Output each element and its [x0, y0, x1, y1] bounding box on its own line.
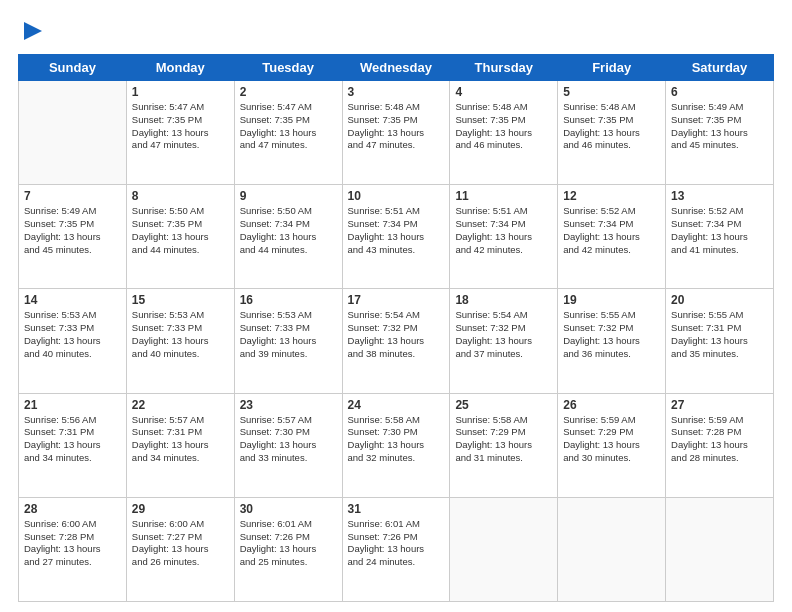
day-info: Sunrise: 5:47 AM Sunset: 7:35 PM Dayligh…: [240, 101, 337, 152]
calendar-day-cell: 5Sunrise: 5:48 AM Sunset: 7:35 PM Daylig…: [558, 81, 666, 185]
calendar-day-cell: 13Sunrise: 5:52 AM Sunset: 7:34 PM Dayli…: [666, 185, 774, 289]
calendar-week-row: 7Sunrise: 5:49 AM Sunset: 7:35 PM Daylig…: [19, 185, 774, 289]
calendar-day-cell: 27Sunrise: 5:59 AM Sunset: 7:28 PM Dayli…: [666, 393, 774, 497]
calendar-day-cell: 2Sunrise: 5:47 AM Sunset: 7:35 PM Daylig…: [234, 81, 342, 185]
day-info: Sunrise: 5:49 AM Sunset: 7:35 PM Dayligh…: [24, 205, 121, 256]
day-number: 18: [455, 293, 552, 307]
calendar-week-row: 14Sunrise: 5:53 AM Sunset: 7:33 PM Dayli…: [19, 289, 774, 393]
calendar-day-cell: 10Sunrise: 5:51 AM Sunset: 7:34 PM Dayli…: [342, 185, 450, 289]
calendar-day-cell: [558, 497, 666, 601]
calendar-day-cell: 31Sunrise: 6:01 AM Sunset: 7:26 PM Dayli…: [342, 497, 450, 601]
day-info: Sunrise: 5:55 AM Sunset: 7:31 PM Dayligh…: [671, 309, 768, 360]
day-info: Sunrise: 5:50 AM Sunset: 7:34 PM Dayligh…: [240, 205, 337, 256]
day-info: Sunrise: 5:53 AM Sunset: 7:33 PM Dayligh…: [240, 309, 337, 360]
calendar-day-cell: 26Sunrise: 5:59 AM Sunset: 7:29 PM Dayli…: [558, 393, 666, 497]
day-info: Sunrise: 5:57 AM Sunset: 7:31 PM Dayligh…: [132, 414, 229, 465]
header: [18, 18, 774, 46]
day-info: Sunrise: 5:58 AM Sunset: 7:30 PM Dayligh…: [348, 414, 445, 465]
calendar-day-cell: 29Sunrise: 6:00 AM Sunset: 7:27 PM Dayli…: [126, 497, 234, 601]
day-number: 12: [563, 189, 660, 203]
day-info: Sunrise: 5:48 AM Sunset: 7:35 PM Dayligh…: [563, 101, 660, 152]
day-number: 11: [455, 189, 552, 203]
day-number: 3: [348, 85, 445, 99]
day-of-week-header: Monday: [126, 55, 234, 81]
page: SundayMondayTuesdayWednesdayThursdayFrid…: [0, 0, 792, 612]
day-number: 5: [563, 85, 660, 99]
day-number: 8: [132, 189, 229, 203]
calendar-day-cell: 6Sunrise: 5:49 AM Sunset: 7:35 PM Daylig…: [666, 81, 774, 185]
day-info: Sunrise: 5:56 AM Sunset: 7:31 PM Dayligh…: [24, 414, 121, 465]
calendar-day-cell: 28Sunrise: 6:00 AM Sunset: 7:28 PM Dayli…: [19, 497, 127, 601]
day-of-week-header: Tuesday: [234, 55, 342, 81]
day-number: 28: [24, 502, 121, 516]
calendar-day-cell: 24Sunrise: 5:58 AM Sunset: 7:30 PM Dayli…: [342, 393, 450, 497]
day-number: 7: [24, 189, 121, 203]
day-info: Sunrise: 5:51 AM Sunset: 7:34 PM Dayligh…: [455, 205, 552, 256]
day-info: Sunrise: 6:01 AM Sunset: 7:26 PM Dayligh…: [240, 518, 337, 569]
calendar-day-cell: 9Sunrise: 5:50 AM Sunset: 7:34 PM Daylig…: [234, 185, 342, 289]
day-info: Sunrise: 5:57 AM Sunset: 7:30 PM Dayligh…: [240, 414, 337, 465]
day-number: 25: [455, 398, 552, 412]
day-number: 21: [24, 398, 121, 412]
calendar-day-cell: 20Sunrise: 5:55 AM Sunset: 7:31 PM Dayli…: [666, 289, 774, 393]
calendar-week-row: 21Sunrise: 5:56 AM Sunset: 7:31 PM Dayli…: [19, 393, 774, 497]
calendar-day-cell: 30Sunrise: 6:01 AM Sunset: 7:26 PM Dayli…: [234, 497, 342, 601]
calendar-day-cell: 18Sunrise: 5:54 AM Sunset: 7:32 PM Dayli…: [450, 289, 558, 393]
day-number: 9: [240, 189, 337, 203]
day-info: Sunrise: 5:59 AM Sunset: 7:28 PM Dayligh…: [671, 414, 768, 465]
day-info: Sunrise: 5:54 AM Sunset: 7:32 PM Dayligh…: [348, 309, 445, 360]
calendar-header-row: SundayMondayTuesdayWednesdayThursdayFrid…: [19, 55, 774, 81]
day-number: 26: [563, 398, 660, 412]
day-number: 23: [240, 398, 337, 412]
day-info: Sunrise: 5:49 AM Sunset: 7:35 PM Dayligh…: [671, 101, 768, 152]
day-number: 15: [132, 293, 229, 307]
day-of-week-header: Sunday: [19, 55, 127, 81]
logo-arrow-icon: [22, 20, 44, 42]
day-info: Sunrise: 5:59 AM Sunset: 7:29 PM Dayligh…: [563, 414, 660, 465]
calendar-day-cell: 3Sunrise: 5:48 AM Sunset: 7:35 PM Daylig…: [342, 81, 450, 185]
day-info: Sunrise: 5:58 AM Sunset: 7:29 PM Dayligh…: [455, 414, 552, 465]
day-number: 10: [348, 189, 445, 203]
calendar-day-cell: 7Sunrise: 5:49 AM Sunset: 7:35 PM Daylig…: [19, 185, 127, 289]
day-number: 1: [132, 85, 229, 99]
day-number: 22: [132, 398, 229, 412]
calendar-day-cell: 11Sunrise: 5:51 AM Sunset: 7:34 PM Dayli…: [450, 185, 558, 289]
day-info: Sunrise: 5:51 AM Sunset: 7:34 PM Dayligh…: [348, 205, 445, 256]
day-number: 27: [671, 398, 768, 412]
calendar-week-row: 1Sunrise: 5:47 AM Sunset: 7:35 PM Daylig…: [19, 81, 774, 185]
day-info: Sunrise: 5:50 AM Sunset: 7:35 PM Dayligh…: [132, 205, 229, 256]
day-number: 17: [348, 293, 445, 307]
calendar-day-cell: 17Sunrise: 5:54 AM Sunset: 7:32 PM Dayli…: [342, 289, 450, 393]
day-number: 31: [348, 502, 445, 516]
day-number: 30: [240, 502, 337, 516]
calendar-day-cell: [450, 497, 558, 601]
day-of-week-header: Saturday: [666, 55, 774, 81]
calendar-day-cell: 4Sunrise: 5:48 AM Sunset: 7:35 PM Daylig…: [450, 81, 558, 185]
day-number: 16: [240, 293, 337, 307]
day-info: Sunrise: 5:53 AM Sunset: 7:33 PM Dayligh…: [24, 309, 121, 360]
day-number: 2: [240, 85, 337, 99]
calendar-day-cell: 1Sunrise: 5:47 AM Sunset: 7:35 PM Daylig…: [126, 81, 234, 185]
day-number: 24: [348, 398, 445, 412]
day-info: Sunrise: 5:52 AM Sunset: 7:34 PM Dayligh…: [563, 205, 660, 256]
day-info: Sunrise: 5:48 AM Sunset: 7:35 PM Dayligh…: [455, 101, 552, 152]
day-number: 29: [132, 502, 229, 516]
day-info: Sunrise: 6:00 AM Sunset: 7:27 PM Dayligh…: [132, 518, 229, 569]
calendar-day-cell: [666, 497, 774, 601]
day-info: Sunrise: 6:01 AM Sunset: 7:26 PM Dayligh…: [348, 518, 445, 569]
calendar-week-row: 28Sunrise: 6:00 AM Sunset: 7:28 PM Dayli…: [19, 497, 774, 601]
calendar-day-cell: 25Sunrise: 5:58 AM Sunset: 7:29 PM Dayli…: [450, 393, 558, 497]
day-info: Sunrise: 5:52 AM Sunset: 7:34 PM Dayligh…: [671, 205, 768, 256]
day-info: Sunrise: 5:53 AM Sunset: 7:33 PM Dayligh…: [132, 309, 229, 360]
day-info: Sunrise: 5:48 AM Sunset: 7:35 PM Dayligh…: [348, 101, 445, 152]
day-of-week-header: Wednesday: [342, 55, 450, 81]
svg-marker-0: [24, 22, 42, 40]
calendar-day-cell: 12Sunrise: 5:52 AM Sunset: 7:34 PM Dayli…: [558, 185, 666, 289]
day-of-week-header: Thursday: [450, 55, 558, 81]
calendar-day-cell: 15Sunrise: 5:53 AM Sunset: 7:33 PM Dayli…: [126, 289, 234, 393]
day-of-week-header: Friday: [558, 55, 666, 81]
day-number: 4: [455, 85, 552, 99]
calendar-day-cell: [19, 81, 127, 185]
calendar-day-cell: 16Sunrise: 5:53 AM Sunset: 7:33 PM Dayli…: [234, 289, 342, 393]
calendar-day-cell: 22Sunrise: 5:57 AM Sunset: 7:31 PM Dayli…: [126, 393, 234, 497]
